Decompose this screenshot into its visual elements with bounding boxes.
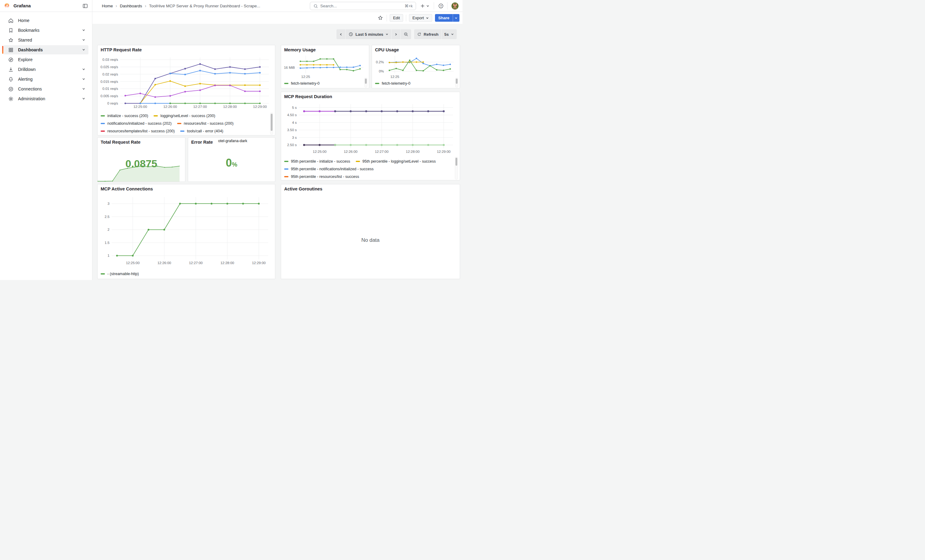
- legend-label: resources/templates/list - success (200): [107, 129, 175, 133]
- legend-item[interactable]: 95th percentile - notifications/initiali…: [284, 167, 374, 171]
- mcp-request-duration-chart[interactable]: 12:25:0012:26:0012:27:0012:28:0012:29:00…: [283, 101, 458, 157]
- sidebar: Home Bookmarks Starred Dashboards Explor…: [0, 12, 92, 280]
- zoom-out-button[interactable]: [401, 29, 411, 39]
- refresh-button[interactable]: Refresh: [414, 29, 441, 39]
- svg-text:12:26:00: 12:26:00: [163, 105, 177, 108]
- svg-text:2.5: 2.5: [105, 215, 110, 219]
- breadcrumb-current[interactable]: ToolHive MCP Server & Proxy Runner Dashb…: [149, 4, 260, 8]
- mcp-active-connections-chart[interactable]: 12:25:0012:26:0012:27:0012:28:0012:29:00…: [100, 194, 273, 269]
- scrollbar-thumb[interactable]: [271, 114, 273, 131]
- legend-item[interactable]: notifications/initialized - success (202…: [101, 122, 172, 126]
- http-request-rate-chart[interactable]: 12:25:0012:26:0012:27:0012:28:0012:29:00…: [100, 54, 273, 111]
- favorite-star-icon[interactable]: [377, 15, 384, 21]
- scrollbar-thumb[interactable]: [365, 78, 367, 84]
- breadcrumb-home[interactable]: Home: [102, 4, 113, 8]
- sidebar-item-bookmarks[interactable]: Bookmarks: [4, 26, 88, 35]
- legend-item[interactable]: fetch-telemetry-0: [284, 81, 319, 86]
- time-forward-button[interactable]: [392, 29, 401, 39]
- time-back-button[interactable]: [336, 29, 346, 39]
- sidebar-item-alerting[interactable]: Alerting: [4, 75, 88, 84]
- breadcrumb-dashboards[interactable]: Dashboards: [120, 4, 142, 8]
- sidebar-toggle-icon[interactable]: [82, 3, 88, 9]
- panel-title[interactable]: CPU Usage: [375, 47, 399, 52]
- hover-label: otel-grafana-dark: [218, 139, 247, 143]
- svg-text:12:27:00: 12:27:00: [375, 150, 389, 153]
- svg-text:4 s: 4 s: [292, 121, 297, 125]
- refresh-interval-picker[interactable]: 5s: [442, 29, 457, 39]
- panel-title[interactable]: MCP Active Connections: [101, 186, 153, 191]
- help-icon[interactable]: ?: [438, 3, 444, 9]
- scrollbar-thumb[interactable]: [456, 78, 458, 84]
- svg-text:12:29:00: 12:29:00: [437, 150, 450, 153]
- svg-text:12:28:00: 12:28:00: [223, 105, 237, 108]
- legend-item[interactable]: fetch-telemetry-0: [375, 81, 410, 86]
- legend-item[interactable]: tools/call - error (404): [180, 129, 223, 133]
- memory-usage-chart[interactable]: 12:2516 MiB: [283, 53, 366, 79]
- panel-title[interactable]: HTTP Request Rate: [101, 47, 142, 52]
- legend-item[interactable]: initialize - success (200): [101, 114, 148, 118]
- legend-item[interactable]: resources/templates/list - success (200): [101, 129, 175, 133]
- refresh-icon: [417, 32, 422, 37]
- edit-button[interactable]: Edit: [390, 14, 403, 22]
- legend-label: 95th percentile - initialize - success: [291, 159, 350, 164]
- actions-divider: [387, 15, 387, 21]
- svg-text:3: 3: [108, 202, 110, 206]
- svg-text:0.005 req/s: 0.005 req/s: [100, 94, 118, 98]
- panel-title[interactable]: Error Rate: [191, 140, 213, 144]
- svg-text:12:27:00: 12:27:00: [193, 105, 207, 108]
- sidebar-item-home[interactable]: Home: [4, 16, 88, 25]
- chevron-down-icon[interactable]: [82, 47, 85, 52]
- avatar[interactable]: [452, 3, 458, 9]
- legend-swatch: [101, 123, 105, 124]
- sidebar-item-connections[interactable]: Connections: [4, 84, 88, 93]
- svg-text:12:29:00: 12:29:00: [253, 105, 267, 108]
- share-button[interactable]: Share: [435, 14, 453, 22]
- sidebar-item-dashboards[interactable]: Dashboards: [4, 45, 88, 54]
- legend-item[interactable]: 95th percentile - resources/list - succe…: [284, 174, 359, 179]
- legend-row: fetch-telemetry-0: [372, 80, 452, 87]
- legend-swatch: [180, 131, 184, 132]
- bookmark-icon: [8, 27, 14, 33]
- export-button[interactable]: Export: [409, 14, 432, 22]
- legend-item[interactable]: 95th percentile - initialize - success: [284, 159, 350, 164]
- chevron-down-icon[interactable]: [82, 77, 85, 82]
- search-input[interactable]: Search... ⌘+k: [310, 2, 416, 10]
- sidebar-item-drilldown[interactable]: Drilldown: [4, 65, 88, 74]
- legend-row: resources/templates/list - success (200)…: [98, 127, 268, 135]
- add-button[interactable]: [419, 3, 425, 9]
- bell-icon: [8, 77, 14, 82]
- chevron-down-icon[interactable]: [82, 87, 85, 92]
- chevron-down-icon[interactable]: [82, 96, 85, 101]
- time-range-picker[interactable]: Last 5 minutes: [346, 29, 392, 39]
- chevron-down-icon[interactable]: [82, 28, 85, 33]
- panel-title[interactable]: Total Request Rate: [101, 140, 140, 144]
- legend-label: fetch-telemetry-0: [291, 81, 319, 86]
- panel-title[interactable]: MCP Request Duration: [284, 94, 332, 99]
- add-caret-icon[interactable]: [426, 4, 430, 8]
- legend-swatch: [284, 161, 288, 162]
- legend-label: tools/call - error (404): [187, 129, 223, 133]
- panel-title[interactable]: Active Goroutines: [284, 186, 322, 191]
- no-data-message: No data: [281, 237, 460, 243]
- sidebar-item-administration[interactable]: Administration: [4, 94, 88, 103]
- svg-text:12:25:00: 12:25:00: [313, 150, 327, 153]
- panel-memory-usage: Memory Usage 12:2516 MiB fetch-telemetry…: [281, 45, 369, 89]
- legend-item[interactable]: 95th percentile - logging/setLevel - suc…: [356, 159, 436, 164]
- legend-row: notifications/initialized - success (202…: [98, 120, 268, 127]
- chevron-down-icon[interactable]: [82, 38, 85, 42]
- legend-item[interactable]: - (streamable-http): [101, 272, 139, 276]
- sidebar-item-explore[interactable]: Explore: [4, 55, 88, 64]
- legend-item[interactable]: resources/list - success (200): [177, 122, 234, 126]
- share-caret-button[interactable]: [453, 14, 459, 22]
- cpu-usage-chart[interactable]: 12:250%0.2%: [374, 53, 457, 79]
- home-icon: [8, 18, 14, 24]
- legend-label: fetch-telemetry-0: [382, 81, 410, 86]
- svg-text:16 MiB: 16 MiB: [284, 66, 295, 69]
- chevron-down-icon[interactable]: [82, 67, 85, 72]
- chevron-down-icon: [426, 17, 429, 20]
- scrollbar-thumb[interactable]: [455, 158, 457, 166]
- panel-title[interactable]: Memory Usage: [284, 47, 316, 52]
- sidebar-item-starred[interactable]: Starred: [4, 36, 88, 45]
- svg-text:4.50 s: 4.50 s: [287, 113, 297, 117]
- legend-item[interactable]: logging/setLevel - success (200): [154, 114, 215, 118]
